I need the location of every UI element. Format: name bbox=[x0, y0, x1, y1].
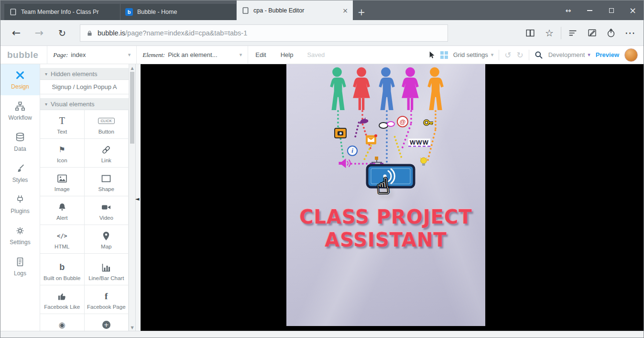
tab-cpa-bubble-editor[interactable]: cpa - Bubble Editor × bbox=[237, 0, 353, 20]
dotted-line bbox=[386, 110, 388, 163]
sidebar-item-plugins[interactable]: Plugins bbox=[0, 189, 40, 220]
visual-elements-header[interactable]: ▾ Visual elements bbox=[40, 98, 129, 110]
address-bar[interactable]: bubble.is/page?name=index&id=cpa&tab=tab… bbox=[80, 24, 448, 42]
element-tile-line-bar-chart[interactable]: Line/Bar Chart bbox=[85, 254, 129, 285]
help-menu[interactable]: Help bbox=[273, 46, 301, 64]
close-button[interactable]: × bbox=[622, 0, 644, 20]
sidebar-item-settings[interactable]: Settings bbox=[0, 220, 40, 251]
element-selector[interactable]: Element: Pick an element... ▾ bbox=[137, 46, 248, 64]
tab-team-member-info[interactable]: Team Member Info - Class Pr bbox=[4, 4, 120, 20]
editor-toolbar: bubble Page: index ▾ Element: Pick an el… bbox=[0, 46, 644, 64]
at-sign-icon: @ bbox=[397, 116, 408, 127]
dotted-line bbox=[337, 110, 339, 127]
scrollbar-thumb[interactable] bbox=[130, 72, 134, 144]
scroll-down-icon[interactable]: ▼ bbox=[129, 326, 135, 330]
panel-collapse-handle[interactable]: ◄ bbox=[135, 196, 141, 202]
page-selector[interactable]: Page: index ▾ bbox=[47, 46, 136, 64]
web-note-icon[interactable] bbox=[582, 24, 601, 42]
element-tile-video[interactable]: Video bbox=[85, 196, 129, 225]
visual-elements-label: Visual elements bbox=[51, 101, 95, 108]
element-label: Element: bbox=[142, 51, 165, 59]
bubble-logo: bubble bbox=[0, 50, 47, 60]
editor-content: Design Workflow Data Styles Plugins Sett… bbox=[0, 64, 644, 332]
grid-settings-dropdown[interactable]: Grid settings ▾ bbox=[453, 51, 494, 58]
divider bbox=[499, 50, 499, 60]
maximize-button[interactable] bbox=[600, 0, 622, 20]
element-tile-install[interactable]: + Install... bbox=[85, 314, 129, 332]
poster-title-line2: ASSISTANT bbox=[286, 229, 485, 251]
redo-icon[interactable]: ↻ bbox=[516, 50, 523, 60]
edit-menu[interactable]: Edit bbox=[248, 46, 273, 64]
minimize-button[interactable] bbox=[579, 0, 600, 20]
hub-icon[interactable] bbox=[563, 24, 582, 42]
element-tile-html[interactable]: </> HTML bbox=[40, 225, 85, 254]
poster-title-line1: CLASS PROJECT bbox=[286, 206, 485, 228]
element-tile-icon[interactable]: ⚑ Icon bbox=[40, 139, 85, 168]
sidebar-item-workflow[interactable]: Workflow bbox=[0, 95, 40, 126]
element-tile-button[interactable]: CLICK Button bbox=[85, 110, 129, 139]
user-avatar[interactable] bbox=[624, 48, 638, 62]
plug-icon bbox=[15, 194, 25, 205]
share-icon[interactable] bbox=[601, 24, 621, 42]
bell-icon bbox=[57, 202, 67, 213]
canvas-image-element[interactable]: @ WWW i ✉ bbox=[286, 64, 485, 326]
thumbs-up-icon bbox=[57, 291, 67, 302]
paintbrush-icon bbox=[15, 163, 25, 174]
environment-dropdown[interactable]: Development ▾ bbox=[548, 51, 590, 58]
cursor-tool-icon[interactable] bbox=[428, 50, 435, 60]
hidden-elements-header[interactable]: ▾ Hidden elements bbox=[40, 68, 129, 80]
camera-icon bbox=[334, 128, 347, 138]
search-icon[interactable] bbox=[535, 51, 543, 59]
refresh-button[interactable]: ↻ bbox=[54, 25, 70, 41]
chevron-down-icon: ▾ bbox=[588, 52, 590, 58]
grid-settings-label: Grid settings bbox=[453, 51, 488, 58]
element-tile-text[interactable]: T Text bbox=[40, 110, 85, 139]
environment-label: Development bbox=[548, 51, 585, 58]
sidebar-item-label: Logs bbox=[14, 270, 26, 277]
nav-right-icons: ☆ ⋯ bbox=[521, 24, 640, 42]
grid-icon[interactable] bbox=[440, 51, 448, 59]
hidden-element-signup-popup[interactable]: Signup / Login Popup A bbox=[40, 80, 129, 94]
sidebar-item-label: Plugins bbox=[11, 208, 29, 214]
element-tile-facebook-page[interactable]: f Facebook Page bbox=[85, 285, 129, 314]
link-icon bbox=[101, 144, 111, 156]
sidebar-item-label: Data bbox=[14, 146, 26, 152]
chevron-down-icon: ▾ bbox=[124, 52, 131, 58]
lock-icon bbox=[86, 29, 93, 37]
scroll-up-icon[interactable]: ▲ bbox=[129, 66, 135, 70]
favorite-star-icon[interactable]: ☆ bbox=[540, 24, 559, 42]
bird-icon bbox=[359, 116, 370, 124]
facebook-icon: f bbox=[105, 291, 108, 302]
person-figure-blue bbox=[375, 67, 397, 111]
element-tile-image[interactable]: Image bbox=[40, 168, 85, 196]
element-tile-link[interactable]: Link bbox=[85, 139, 129, 168]
url-path: /page?name=index&id=cpa&tab=tabs-1 bbox=[125, 29, 247, 37]
more-actions-icon[interactable]: ⋯ bbox=[621, 24, 640, 42]
sidebar-item-styles[interactable]: Styles bbox=[0, 158, 40, 189]
undo-icon[interactable]: ↺ bbox=[504, 50, 511, 60]
back-button[interactable]: ← bbox=[8, 25, 24, 41]
info-icon: i bbox=[347, 146, 358, 156]
page-stage[interactable]: @ WWW i ✉ bbox=[141, 64, 644, 332]
element-tile-map[interactable]: Map bbox=[85, 225, 129, 254]
element-tile-facebook-like[interactable]: Facebook Like bbox=[40, 285, 85, 314]
minimize-icon bbox=[587, 10, 592, 11]
window-controls: ↔ × bbox=[557, 0, 644, 20]
element-tile-built-on-bubble[interactable]: b Built on Bubble bbox=[40, 254, 85, 285]
sidebar-item-design[interactable]: Design bbox=[0, 64, 40, 95]
sidebar-item-data[interactable]: Data bbox=[0, 126, 40, 158]
element-tile-shape[interactable]: Shape bbox=[85, 168, 129, 196]
forward-button[interactable]: → bbox=[31, 25, 47, 41]
reading-view-icon[interactable] bbox=[521, 24, 540, 42]
envelope-orange-icon bbox=[366, 135, 376, 145]
preview-button[interactable]: Preview bbox=[596, 51, 619, 58]
element-tile-ionic-icon[interactable]: ◉ Ionic Icon bbox=[40, 314, 85, 332]
sidebar-item-label: Design bbox=[11, 83, 29, 90]
tab-close-icon[interactable]: × bbox=[338, 7, 348, 14]
element-palette: ▾ Hidden elements Signup / Login Popup A… bbox=[40, 64, 136, 332]
tab-layout-icon[interactable]: ↔ bbox=[557, 0, 579, 20]
new-tab-button[interactable]: + bbox=[353, 4, 370, 20]
sidebar-item-logs[interactable]: Logs bbox=[0, 251, 40, 282]
tab-bubble-home[interactable]: b Bubble - Home bbox=[120, 4, 237, 20]
element-tile-alert[interactable]: Alert bbox=[40, 196, 85, 225]
